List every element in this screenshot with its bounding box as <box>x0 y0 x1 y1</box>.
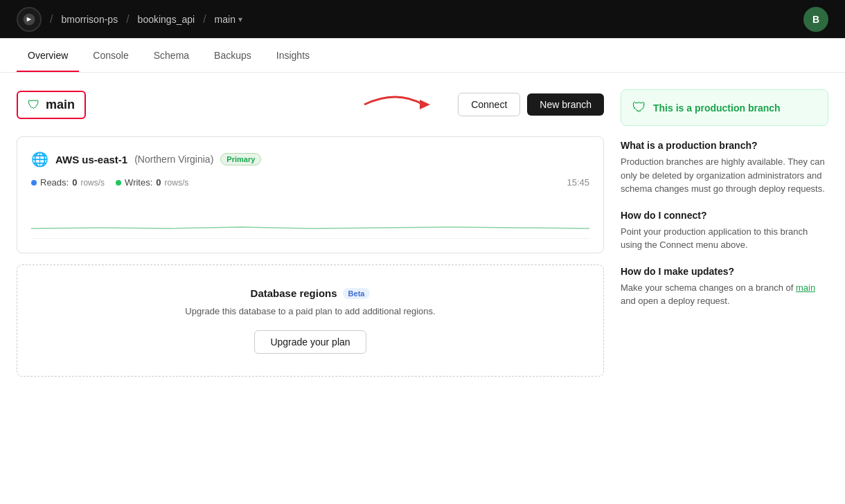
user-link[interactable]: bmorrison-ps <box>61 14 118 25</box>
writes-dot <box>116 180 121 186</box>
region-name: AWS us-east-1 <box>55 154 127 165</box>
production-shield-icon: 🛡 <box>632 100 646 116</box>
beta-badge: Beta <box>343 288 371 299</box>
info-section-what: What is a production branch? Production … <box>621 140 828 196</box>
tab-overview[interactable]: Overview <box>17 39 79 72</box>
upgrade-plan-button[interactable]: Upgrade your plan <box>254 330 366 354</box>
writes-label: Writes: <box>125 177 152 188</box>
reads-label: Reads: <box>40 177 69 188</box>
chevron-down-icon: ▾ <box>238 15 242 24</box>
avatar[interactable]: B <box>803 7 828 32</box>
branch-name: main <box>46 98 75 112</box>
new-branch-button[interactable]: New branch <box>527 93 604 116</box>
left-panel: 🛡 main Connect New branch 🌐 AWS us-eas <box>17 89 604 388</box>
region-sub: (Northern Virginia) <box>134 154 213 165</box>
separator-2: / <box>126 13 129 26</box>
q2-text: Point your production application to thi… <box>621 225 828 252</box>
branch-selector[interactable]: main ▾ <box>215 14 242 25</box>
db-regions-card: Database regions Beta Upgrade this datab… <box>17 264 604 377</box>
production-text: This is a production branch <box>653 102 781 114</box>
shield-icon: 🛡 <box>28 98 40 112</box>
right-panel: 🛡 This is a production branch What is a … <box>621 89 828 388</box>
chart-area <box>31 197 589 239</box>
reads-unit: rows/s <box>80 178 105 188</box>
tab-navigation: Overview Console Schema Backups Insights <box>0 39 845 73</box>
q3-title: How do I make updates? <box>621 266 828 277</box>
main-content: 🛡 main Connect New branch 🌐 AWS us-eas <box>0 73 845 404</box>
reads-value: 0 <box>72 177 77 188</box>
db-regions-description: Upgrade this database to a paid plan to … <box>31 306 589 316</box>
tab-backups[interactable]: Backups <box>203 39 263 72</box>
q3-text: Make your schema changes on a branch of … <box>621 281 828 308</box>
branch-title-box: 🛡 main <box>17 91 86 119</box>
db-regions-title: Database regions Beta <box>31 287 589 299</box>
reads-metric: Reads: 0 rows/s <box>31 177 105 188</box>
region-header: 🌐 AWS us-east-1 (Northern Virginia) Prim… <box>31 151 589 168</box>
q3-main-link[interactable]: main <box>796 282 815 293</box>
tab-schema[interactable]: Schema <box>143 39 200 72</box>
separator-1: / <box>50 13 53 26</box>
timestamp: 15:45 <box>567 177 589 188</box>
q3-text-before: Make your schema changes on a branch of <box>621 282 796 293</box>
header-actions: Connect New branch <box>361 89 604 120</box>
top-navigation: / bmorrison-ps / bookings_api / main ▾ B <box>0 0 845 39</box>
q1-title: What is a production branch? <box>621 140 828 151</box>
writes-metric: Writes: 0 rows/s <box>116 177 188 188</box>
arrow-annotation <box>361 89 451 120</box>
branch-selector-label: main <box>215 14 235 25</box>
primary-badge: Primary <box>220 153 261 165</box>
separator-3: / <box>203 13 206 26</box>
tab-insights[interactable]: Insights <box>265 39 321 72</box>
tab-console[interactable]: Console <box>82 39 139 72</box>
globe-icon: 🌐 <box>31 151 48 168</box>
writes-value: 0 <box>156 177 161 188</box>
metrics-left: Reads: 0 rows/s Writes: 0 rows/s <box>31 177 188 188</box>
q3-text-after: and open a deploy request. <box>621 296 730 306</box>
region-card: 🌐 AWS us-east-1 (Northern Virginia) Prim… <box>17 136 604 253</box>
info-section-connect: How do I connect? Point your production … <box>621 210 828 252</box>
metrics-row: Reads: 0 rows/s Writes: 0 rows/s 15:45 <box>31 177 589 188</box>
q2-title: How do I connect? <box>621 210 828 221</box>
q1-text: Production branches are highly available… <box>621 155 828 196</box>
connect-button[interactable]: Connect <box>458 93 520 116</box>
logo[interactable] <box>17 7 42 32</box>
reads-dot <box>31 180 37 186</box>
production-banner: 🛡 This is a production branch <box>621 89 828 126</box>
nav-left: / bmorrison-ps / bookings_api / main ▾ <box>17 7 242 32</box>
branch-header: 🛡 main Connect New branch <box>17 89 604 120</box>
info-section-updates: How do I make updates? Make your schema … <box>621 266 828 308</box>
project-link[interactable]: bookings_api <box>138 14 195 25</box>
writes-unit: rows/s <box>165 178 189 188</box>
db-regions-label: Database regions <box>251 287 337 299</box>
